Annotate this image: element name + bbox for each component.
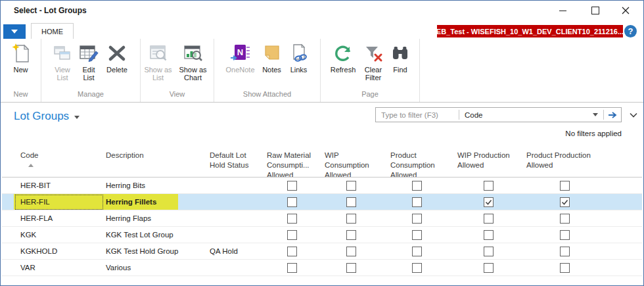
checkbox-checked[interactable]	[560, 197, 570, 207]
cell-code[interactable]: VAR	[20, 260, 93, 275]
minimize-button[interactable]	[551, 3, 574, 18]
help-button[interactable]: ?	[624, 25, 637, 37]
checkbox-unchecked[interactable]	[346, 197, 356, 207]
apply-filter-button[interactable]	[604, 108, 621, 122]
checkbox-checked[interactable]	[484, 197, 494, 207]
table-row-her-fla[interactable]: HER-FLAHerring Flaps	[2, 210, 642, 227]
checkbox-unchecked[interactable]	[412, 197, 422, 207]
delete-icon	[106, 43, 127, 64]
filter-field-dropdown[interactable]	[587, 108, 603, 122]
clear-filter-icon	[363, 43, 384, 64]
links-button[interactable]: Links	[287, 41, 311, 74]
column-header-2[interactable]: Default Lot Hold Status	[210, 151, 262, 170]
cell-description[interactable]: Herring Flaps	[106, 210, 198, 226]
checkbox-unchecked[interactable]	[484, 230, 494, 240]
checkbox-unchecked[interactable]	[484, 214, 494, 224]
filter-field-selector[interactable]: Code	[459, 108, 587, 122]
onenote-icon: N	[230, 43, 251, 64]
cell-code[interactable]: HER-BIT	[20, 178, 93, 193]
ribbon-group-label: View	[141, 90, 214, 98]
cell-description[interactable]: Herring Fillets	[106, 194, 198, 210]
checkbox-unchecked[interactable]	[287, 214, 297, 224]
checkbox-unchecked[interactable]	[560, 230, 570, 240]
checkbox-unchecked[interactable]	[346, 247, 356, 256]
column-header-6[interactable]: WIP Production Allowed	[457, 151, 524, 170]
cell-code[interactable]: KGKHOLD	[20, 243, 93, 259]
ribbon-group-label: New	[1, 90, 41, 98]
filter-status: No filters applied	[565, 130, 622, 137]
view-list-button: View List	[50, 41, 75, 82]
find-button[interactable]: Find	[388, 41, 413, 74]
table-row-her-fil[interactable]: HER-FILHerring Fillets	[2, 194, 642, 210]
chevron-down-icon	[628, 110, 639, 120]
checkbox-unchecked[interactable]	[287, 230, 297, 240]
cell-description[interactable]: Herring Bits	[106, 178, 198, 193]
cell-default-lot-hold-status[interactable]: QA Hold	[210, 243, 264, 259]
application-menu-button[interactable]	[3, 24, 26, 39]
delete-button[interactable]: Delete	[103, 41, 131, 74]
view-list-icon	[52, 43, 73, 64]
checkbox-unchecked[interactable]	[484, 181, 494, 191]
chevron-down-icon	[593, 113, 598, 116]
table-row-kgkhold[interactable]: KGKHOLDKGK Test Hold GroupQA Hold	[2, 243, 642, 260]
close-button[interactable]	[614, 3, 637, 18]
cell-description[interactable]: KGK Test Lot Group	[106, 227, 198, 243]
checkbox-unchecked[interactable]	[412, 247, 422, 256]
button-label: View List	[50, 66, 75, 82]
checkbox-unchecked[interactable]	[560, 214, 570, 224]
checkbox-unchecked[interactable]	[484, 247, 494, 256]
button-label: Find	[393, 66, 407, 74]
refresh-button[interactable]: Refresh	[327, 41, 359, 74]
checkbox-unchecked[interactable]	[287, 197, 297, 207]
column-header-4[interactable]: WIP Consumption Allowed	[325, 151, 381, 180]
cell-description[interactable]: KGK Test Hold Group	[106, 243, 198, 259]
checkbox-unchecked[interactable]	[287, 263, 297, 273]
checkbox-unchecked[interactable]	[346, 181, 356, 191]
collapse-filter-pane-button[interactable]	[628, 110, 639, 120]
show-as-chart-button[interactable]: Show as Chart	[175, 41, 212, 82]
sort-ascending-icon	[28, 164, 34, 167]
environment-badge: EB_Test - WISEFISH_10_W1_DEV_CLIENT10_21…	[437, 25, 623, 37]
checkbox-unchecked[interactable]	[346, 214, 356, 224]
tab-home[interactable]: HOME	[31, 23, 74, 39]
checkbox-unchecked[interactable]	[346, 263, 356, 273]
column-header-7[interactable]: Product Production Allowed	[526, 151, 607, 170]
links-icon	[288, 43, 310, 64]
checkbox-unchecked[interactable]	[287, 181, 297, 191]
cell-code[interactable]: HER-FLA	[20, 210, 93, 226]
checkbox-unchecked[interactable]	[484, 263, 494, 273]
checkbox-unchecked[interactable]	[412, 214, 422, 224]
column-header-code[interactable]: Code	[20, 151, 93, 160]
maximize-button[interactable]	[584, 3, 607, 18]
button-label: Delete	[106, 66, 127, 74]
new-button[interactable]: New	[9, 41, 33, 74]
column-header-1[interactable]: Description	[106, 151, 198, 160]
clear-filter-button[interactable]: Clear Filter	[360, 41, 386, 82]
page-title[interactable]: Lot Groups	[14, 110, 80, 123]
checkbox-unchecked[interactable]	[560, 247, 570, 256]
column-header-5[interactable]: Product Consumption Allowed	[390, 151, 447, 180]
notes-button[interactable]: Notes	[259, 41, 285, 74]
checkbox-unchecked[interactable]	[287, 247, 297, 256]
column-header-3[interactable]: Raw Material Consumpti... Allowed	[267, 151, 321, 180]
checkbox-unchecked[interactable]	[412, 181, 422, 191]
table-row-her-bit[interactable]: HER-BITHerring Bits	[2, 178, 642, 194]
checkbox-unchecked[interactable]	[560, 181, 570, 191]
cell-code[interactable]: HER-FIL	[20, 194, 93, 210]
edit-list-icon	[78, 43, 99, 64]
cell-code[interactable]: KGK	[20, 227, 93, 243]
button-label: Refresh	[331, 66, 356, 74]
page-title-label: Lot Groups	[14, 110, 69, 123]
filter-input[interactable]: Type to filter (F3)	[376, 108, 459, 122]
checkbox-unchecked[interactable]	[412, 230, 422, 240]
checkbox-unchecked[interactable]	[346, 230, 356, 240]
cell-description[interactable]: Various	[106, 260, 198, 275]
checkbox-unchecked[interactable]	[560, 263, 570, 273]
checkbox-unchecked[interactable]	[412, 263, 422, 273]
button-label: OneNote	[225, 66, 254, 74]
svg-text:N: N	[237, 47, 242, 57]
table-row-var[interactable]: VARVarious	[2, 260, 642, 276]
table-row-kgk[interactable]: KGKKGK Test Lot Group	[2, 227, 642, 243]
ribbon-group-page: RefreshClear FilterFindPage	[321, 39, 420, 102]
edit-list-button[interactable]: Edit List	[76, 41, 101, 82]
